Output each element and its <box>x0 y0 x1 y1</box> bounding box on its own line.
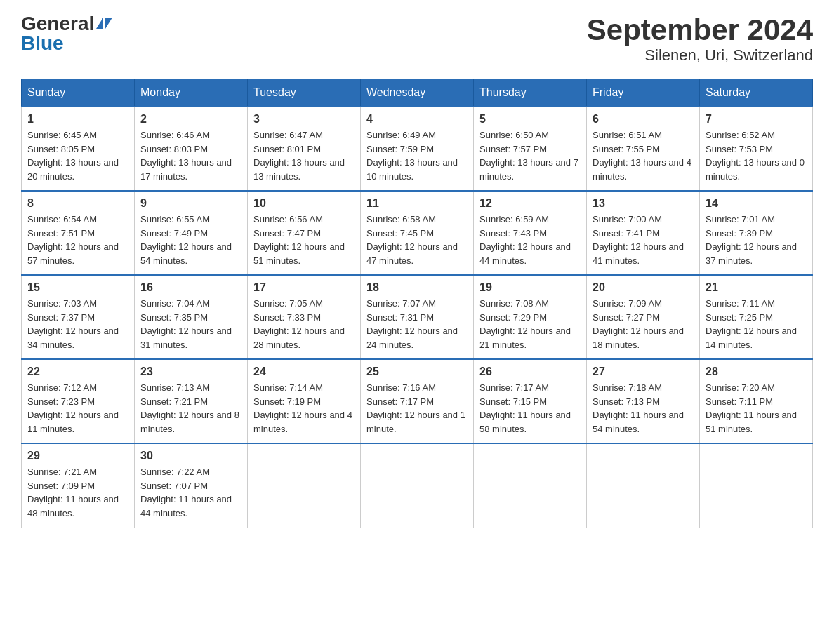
calendar-cell: 8 Sunrise: 6:54 AMSunset: 7:51 PMDayligh… <box>22 191 135 275</box>
day-number: 7 <box>706 113 807 126</box>
day-number: 25 <box>366 365 468 378</box>
day-info: Sunrise: 7:20 AMSunset: 7:11 PMDaylight:… <box>706 382 797 434</box>
calendar-cell <box>248 443 361 528</box>
calendar-cell: 4 Sunrise: 6:49 AMSunset: 7:59 PMDayligh… <box>361 107 474 191</box>
day-info: Sunrise: 6:59 AMSunset: 7:43 PMDaylight:… <box>479 214 571 266</box>
day-info: Sunrise: 7:18 AMSunset: 7:13 PMDaylight:… <box>593 382 684 434</box>
calendar-cell: 18 Sunrise: 7:07 AMSunset: 7:31 PMDaylig… <box>361 275 474 359</box>
day-info: Sunrise: 6:55 AMSunset: 7:49 PMDaylight:… <box>140 214 232 266</box>
calendar-header-sunday: Sunday <box>22 79 135 107</box>
day-number: 12 <box>479 197 581 210</box>
day-info: Sunrise: 6:54 AMSunset: 7:51 PMDaylight:… <box>27 214 119 266</box>
day-info: Sunrise: 7:21 AMSunset: 7:09 PMDaylight:… <box>27 467 119 518</box>
title-block: September 2024 Silenen, Uri, Switzerland <box>587 14 813 65</box>
calendar-week-row: 22 Sunrise: 7:12 AMSunset: 7:23 PMDaylig… <box>22 359 813 443</box>
calendar-table: SundayMondayTuesdayWednesdayThursdayFrid… <box>21 79 813 528</box>
day-info: Sunrise: 7:14 AMSunset: 7:19 PMDaylight:… <box>253 382 352 434</box>
calendar-week-row: 29 Sunrise: 7:21 AMSunset: 7:09 PMDaylig… <box>22 443 813 528</box>
calendar-cell <box>361 443 474 528</box>
day-info: Sunrise: 6:58 AMSunset: 7:45 PMDaylight:… <box>366 214 458 266</box>
day-info: Sunrise: 6:47 AMSunset: 8:01 PMDaylight:… <box>253 130 345 182</box>
calendar-week-row: 15 Sunrise: 7:03 AMSunset: 7:37 PMDaylig… <box>22 275 813 359</box>
calendar-cell: 17 Sunrise: 7:05 AMSunset: 7:33 PMDaylig… <box>248 275 361 359</box>
day-number: 27 <box>593 365 694 378</box>
calendar-cell: 27 Sunrise: 7:18 AMSunset: 7:13 PMDaylig… <box>587 359 700 443</box>
calendar-cell: 5 Sunrise: 6:50 AMSunset: 7:57 PMDayligh… <box>474 107 587 191</box>
day-info: Sunrise: 7:00 AMSunset: 7:41 PMDaylight:… <box>593 214 684 266</box>
day-info: Sunrise: 7:05 AMSunset: 7:33 PMDaylight:… <box>253 298 345 350</box>
calendar-cell: 13 Sunrise: 7:00 AMSunset: 7:41 PMDaylig… <box>587 191 700 275</box>
day-info: Sunrise: 6:52 AMSunset: 7:53 PMDaylight:… <box>706 130 805 182</box>
day-info: Sunrise: 7:08 AMSunset: 7:29 PMDaylight:… <box>479 298 571 350</box>
day-info: Sunrise: 6:51 AMSunset: 7:55 PMDaylight:… <box>593 130 691 182</box>
day-number: 19 <box>479 281 581 294</box>
day-number: 11 <box>366 197 468 210</box>
day-number: 24 <box>253 365 355 378</box>
calendar-cell: 28 Sunrise: 7:20 AMSunset: 7:11 PMDaylig… <box>700 359 813 443</box>
day-info: Sunrise: 7:01 AMSunset: 7:39 PMDaylight:… <box>706 214 797 266</box>
calendar-cell: 26 Sunrise: 7:17 AMSunset: 7:15 PMDaylig… <box>474 359 587 443</box>
calendar-cell: 15 Sunrise: 7:03 AMSunset: 7:37 PMDaylig… <box>22 275 135 359</box>
day-number: 4 <box>366 113 468 126</box>
day-number: 5 <box>479 113 581 126</box>
calendar-header-friday: Friday <box>587 79 700 107</box>
day-info: Sunrise: 7:03 AMSunset: 7:37 PMDaylight:… <box>27 298 119 350</box>
calendar-cell: 19 Sunrise: 7:08 AMSunset: 7:29 PMDaylig… <box>474 275 587 359</box>
day-number: 23 <box>140 365 241 378</box>
day-number: 13 <box>593 197 694 210</box>
calendar-week-row: 1 Sunrise: 6:45 AMSunset: 8:05 PMDayligh… <box>22 107 813 191</box>
day-number: 1 <box>27 113 128 126</box>
calendar-title: September 2024 <box>587 14 813 46</box>
day-info: Sunrise: 6:46 AMSunset: 8:03 PMDaylight:… <box>140 130 232 182</box>
calendar-cell: 10 Sunrise: 6:56 AMSunset: 7:47 PMDaylig… <box>248 191 361 275</box>
day-number: 29 <box>27 450 128 462</box>
day-number: 18 <box>366 281 468 294</box>
day-number: 17 <box>253 281 355 294</box>
day-number: 10 <box>253 197 355 210</box>
page-header: General Blue September 2024 Silenen, Uri… <box>21 14 813 65</box>
calendar-cell: 22 Sunrise: 7:12 AMSunset: 7:23 PMDaylig… <box>22 359 135 443</box>
calendar-header-monday: Monday <box>135 79 248 107</box>
day-info: Sunrise: 7:17 AMSunset: 7:15 PMDaylight:… <box>479 382 571 434</box>
calendar-cell: 3 Sunrise: 6:47 AMSunset: 8:01 PMDayligh… <box>248 107 361 191</box>
day-info: Sunrise: 7:09 AMSunset: 7:27 PMDaylight:… <box>593 298 684 350</box>
calendar-cell: 29 Sunrise: 7:21 AMSunset: 7:09 PMDaylig… <box>22 443 135 528</box>
day-number: 6 <box>593 113 694 126</box>
day-info: Sunrise: 7:11 AMSunset: 7:25 PMDaylight:… <box>706 298 797 350</box>
day-info: Sunrise: 7:04 AMSunset: 7:35 PMDaylight:… <box>140 298 232 350</box>
day-number: 14 <box>706 197 807 210</box>
calendar-cell: 1 Sunrise: 6:45 AMSunset: 8:05 PMDayligh… <box>22 107 135 191</box>
day-info: Sunrise: 7:13 AMSunset: 7:21 PMDaylight:… <box>140 382 239 434</box>
calendar-header-saturday: Saturday <box>700 79 813 107</box>
calendar-cell: 2 Sunrise: 6:46 AMSunset: 8:03 PMDayligh… <box>135 107 248 191</box>
calendar-cell: 6 Sunrise: 6:51 AMSunset: 7:55 PMDayligh… <box>587 107 700 191</box>
calendar-subtitle: Silenen, Uri, Switzerland <box>587 46 813 65</box>
calendar-cell: 23 Sunrise: 7:13 AMSunset: 7:21 PMDaylig… <box>135 359 248 443</box>
day-number: 21 <box>706 281 807 294</box>
day-number: 22 <box>27 365 128 378</box>
calendar-cell: 25 Sunrise: 7:16 AMSunset: 7:17 PMDaylig… <box>361 359 474 443</box>
calendar-cell: 30 Sunrise: 7:22 AMSunset: 7:07 PMDaylig… <box>135 443 248 528</box>
calendar-cell: 7 Sunrise: 6:52 AMSunset: 7:53 PMDayligh… <box>700 107 813 191</box>
day-number: 16 <box>140 281 241 294</box>
day-number: 8 <box>27 197 128 210</box>
calendar-cell: 21 Sunrise: 7:11 AMSunset: 7:25 PMDaylig… <box>700 275 813 359</box>
day-info: Sunrise: 6:49 AMSunset: 7:59 PMDaylight:… <box>366 130 458 182</box>
day-info: Sunrise: 6:56 AMSunset: 7:47 PMDaylight:… <box>253 214 345 266</box>
day-number: 3 <box>253 113 355 126</box>
day-number: 2 <box>140 113 241 126</box>
calendar-cell: 24 Sunrise: 7:14 AMSunset: 7:19 PMDaylig… <box>248 359 361 443</box>
calendar-cell: 20 Sunrise: 7:09 AMSunset: 7:27 PMDaylig… <box>587 275 700 359</box>
day-number: 26 <box>479 365 581 378</box>
day-number: 28 <box>706 365 807 378</box>
day-number: 15 <box>27 281 128 294</box>
logo-text-general: General <box>21 14 94 34</box>
calendar-cell <box>474 443 587 528</box>
day-info: Sunrise: 7:07 AMSunset: 7:31 PMDaylight:… <box>366 298 458 350</box>
calendar-header-tuesday: Tuesday <box>248 79 361 107</box>
day-info: Sunrise: 6:50 AMSunset: 7:57 PMDaylight:… <box>479 130 578 182</box>
calendar-header-row: SundayMondayTuesdayWednesdayThursdayFrid… <box>22 79 813 107</box>
calendar-cell: 12 Sunrise: 6:59 AMSunset: 7:43 PMDaylig… <box>474 191 587 275</box>
day-info: Sunrise: 7:16 AMSunset: 7:17 PMDaylight:… <box>366 382 465 434</box>
calendar-cell: 9 Sunrise: 6:55 AMSunset: 7:49 PMDayligh… <box>135 191 248 275</box>
